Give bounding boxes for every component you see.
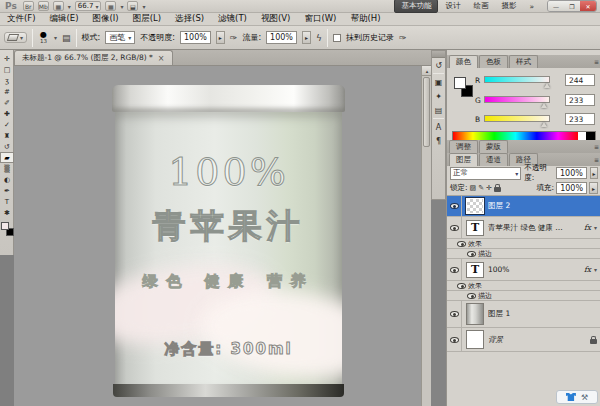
visibility-eye-icon[interactable] [450, 311, 459, 317]
menu-image[interactable]: 图像(I) [86, 13, 126, 25]
view-extras-dropdown-icon[interactable]: ▾ [68, 3, 71, 10]
blue-value-field[interactable]: 233 [565, 113, 595, 125]
lock-position-icon[interactable]: ✛ [486, 184, 492, 192]
tablet-pressure-icon[interactable]: ✑ [230, 33, 238, 43]
panel-foreground-swatch[interactable] [454, 77, 466, 89]
visibility-eye-icon[interactable] [450, 337, 459, 343]
layer-name[interactable]: 100% [488, 265, 584, 274]
tab-color[interactable]: 颜色 [449, 55, 478, 68]
marquee-tool[interactable]: □ [0, 64, 14, 75]
blend-mode-select[interactable]: 正常 ▾ [450, 167, 521, 180]
lasso-tool[interactable]: ʒ [0, 75, 14, 86]
restore-button[interactable]: ❐ [564, 1, 580, 11]
layers-opacity-field[interactable]: 100% [556, 167, 587, 179]
tab-swatches[interactable]: 色板 [479, 55, 508, 68]
brush-tool[interactable]: ✓ [0, 119, 14, 130]
arrange-documents-icon[interactable]: ▦ [105, 1, 116, 11]
layer-row-layer-1[interactable]: 图层 1 [447, 301, 600, 328]
red-slider-thumb[interactable] [544, 83, 550, 88]
minimize-button[interactable]: — [548, 1, 564, 11]
lock-all-icon[interactable] [494, 187, 501, 192]
pen-tool[interactable]: ✒ [0, 185, 14, 196]
screen-mode-dropdown-icon[interactable]: ▾ [142, 3, 145, 10]
hand-tool[interactable]: ✱ [0, 207, 14, 218]
tool-preset-picker[interactable]: ▾ [4, 32, 27, 43]
menu-help[interactable]: 帮助(H) [343, 13, 387, 25]
workspace-photography-button[interactable]: 摄影 [495, 0, 522, 12]
layer-thumbnail[interactable] [466, 330, 484, 349]
visibility-eye-icon[interactable] [457, 283, 466, 289]
brush-panel-toggle-icon[interactable]: ✑ [399, 33, 407, 43]
green-slider-track[interactable] [484, 96, 550, 103]
tab-masks[interactable]: 蒙版 [479, 140, 508, 153]
blue-slider-thumb[interactable] [541, 122, 547, 127]
paragraph-panel-icon[interactable]: ¶ [432, 134, 445, 148]
visibility-eye-icon[interactable] [457, 241, 466, 247]
menu-window[interactable]: 窗口(W) [297, 13, 343, 25]
tab-styles[interactable]: 样式 [509, 55, 538, 68]
flow-spinner-icon[interactable]: ▸ [302, 31, 311, 44]
stroke-effect-row[interactable]: 描边 [447, 249, 600, 259]
view-extras-icon[interactable]: ▦ [53, 1, 64, 11]
layers-opacity-spinner-icon[interactable]: ▸ [590, 167, 598, 179]
fx-collapse-icon[interactable]: ▾ [594, 266, 597, 273]
gradient-tool[interactable]: ▒ [0, 163, 14, 174]
menu-file[interactable]: 文件(F) [0, 13, 43, 25]
layer-comps-panel-icon[interactable]: ▤ [432, 103, 445, 117]
history-brush-tool[interactable]: ↺ [0, 141, 14, 152]
type-tool[interactable]: T [0, 196, 14, 207]
screen-mode-icon[interactable]: ⬓ [127, 1, 138, 11]
lock-pixels-icon[interactable]: ✎ [478, 184, 484, 192]
layer-thumbnail[interactable] [466, 198, 484, 214]
panel-menu-icon[interactable]: ≡ [594, 143, 599, 150]
visibility-eye-icon[interactable] [467, 293, 476, 299]
layer-row-100-percent-text[interactable]: T 100% fx ▾ [447, 259, 600, 281]
opacity-spinner-icon[interactable]: ▸ [216, 31, 225, 44]
character-panel-icon[interactable]: A [432, 120, 445, 134]
text-layer-thumbnail[interactable]: T [466, 220, 484, 236]
lock-transparency-icon[interactable]: ▨ [470, 184, 477, 192]
brush-preset-dropdown-icon[interactable]: ▾ [54, 34, 57, 41]
visibility-eye-icon[interactable] [467, 251, 476, 257]
red-slider-track[interactable] [484, 76, 550, 83]
crop-tool[interactable]: # [0, 86, 14, 97]
menu-filter[interactable]: 滤镜(T) [211, 13, 254, 25]
opacity-field[interactable]: 100% [180, 31, 211, 44]
canvas-vertical-scrollbar[interactable]: ▴ [421, 66, 431, 406]
menu-layer[interactable]: 图层(L) [126, 13, 168, 25]
fx-badge[interactable]: fx [584, 223, 591, 232]
layer-name[interactable]: 图层 2 [488, 201, 600, 211]
move-tool[interactable]: ✛ [0, 53, 14, 64]
canvas-area[interactable]: 100% 青苹果汁 绿色 健康 营养 净含量: 300ml [14, 66, 421, 406]
visibility-eye-icon[interactable] [450, 267, 459, 273]
layer-row-background[interactable]: 背景 [447, 328, 600, 352]
eraser-tool[interactable]: ▰ [0, 152, 14, 163]
layer-row-product-text[interactable]: T 青苹果汁 绿色 健康 … fx ▾ [447, 217, 600, 239]
visibility-eye-icon[interactable] [450, 203, 459, 209]
healing-brush-tool[interactable]: ✚ [0, 108, 14, 119]
layer-row-layer-2[interactable]: 图层 2 [447, 196, 600, 217]
layer-thumbnail[interactable] [466, 303, 484, 325]
workspace-overflow-button[interactable]: » [523, 1, 540, 12]
fill-spinner-icon[interactable]: ▸ [589, 182, 598, 194]
document-close-icon[interactable]: × [158, 54, 165, 63]
erase-to-history-checkbox[interactable] [333, 34, 341, 42]
airbrush-icon[interactable]: ϟ [316, 33, 322, 43]
clone-stamp-tool[interactable]: ♜ [0, 130, 14, 141]
menu-select[interactable]: 选择(S) [168, 13, 211, 25]
clone-source-panel-icon[interactable]: ▣ [432, 75, 445, 89]
fill-field[interactable]: 100% [556, 182, 587, 194]
layer-name[interactable]: 青苹果汁 绿色 健康 … [488, 223, 584, 233]
flow-field[interactable]: 100% [266, 31, 297, 44]
fx-collapse-icon[interactable]: ▾ [594, 224, 597, 231]
eyedropper-tool[interactable]: ✐ [0, 97, 14, 108]
red-value-field[interactable]: 244 [565, 74, 595, 86]
workspace-design-button[interactable]: 设计 [439, 0, 466, 12]
dodge-tool[interactable]: ◐ [0, 174, 14, 185]
stroke-effect-row[interactable]: 描边 [447, 291, 600, 301]
tab-adjustments[interactable]: 调整 [449, 140, 478, 153]
fx-badge[interactable]: fx [584, 265, 591, 274]
panel-menu-icon[interactable]: ≡ [594, 156, 599, 163]
workspace-painting-button[interactable]: 绘画 [467, 0, 494, 12]
effects-row[interactable]: 效果 [447, 239, 600, 249]
